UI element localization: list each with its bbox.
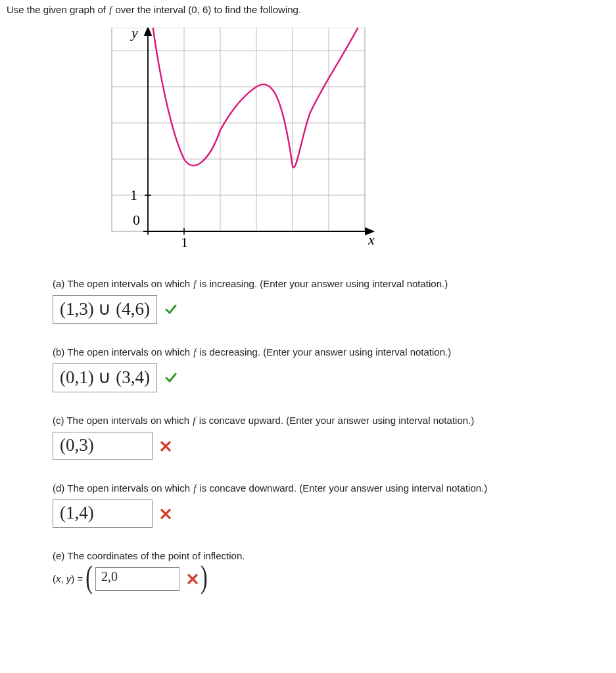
xy-prefix: (x, y) = bbox=[53, 573, 83, 584]
part-e-question: (e) The coordinates of the point of infl… bbox=[53, 550, 609, 561]
cross-icon bbox=[187, 574, 198, 584]
graph-svg: y x 0 1 1 bbox=[105, 28, 381, 258]
prompt-pre: Use the given graph of bbox=[7, 4, 108, 15]
cross-icon bbox=[160, 441, 171, 452]
part-d-q-pre: (d) The open intervals on which bbox=[53, 482, 193, 494]
part-a-question: (a) The open intervals on which f is inc… bbox=[53, 278, 609, 290]
x-axis-label: x bbox=[367, 231, 375, 248]
part-a-q-pre: (a) The open intervals on which bbox=[53, 278, 193, 289]
part-a-q-post: is increasing. (Enter your answer using … bbox=[197, 278, 448, 289]
svg-marker-16 bbox=[145, 28, 151, 35]
part-e: (e) The coordinates of the point of infl… bbox=[53, 550, 609, 591]
graph-figure: y x 0 1 1 bbox=[105, 28, 609, 260]
part-c-q-pre: (c) The open intervals on which bbox=[53, 415, 192, 426]
part-d: (d) The open intervals on which f is con… bbox=[53, 482, 609, 528]
part-b-q-pre: (b) The open intervals on which bbox=[53, 346, 193, 358]
part-b-answer-input[interactable]: (0,1) ∪ (3,4) bbox=[53, 363, 157, 392]
part-a-answer-input[interactable]: (1,3) ∪ (4,6) bbox=[53, 295, 157, 324]
part-c: (c) The open intervals on which f is con… bbox=[53, 415, 609, 460]
curve-f bbox=[151, 28, 365, 168]
check-icon bbox=[165, 304, 177, 315]
origin-label: 0 bbox=[133, 212, 140, 228]
part-b-question: (b) The open intervals on which f is dec… bbox=[53, 346, 609, 358]
part-c-q-post: is concave upward. (Enter your answer us… bbox=[197, 415, 475, 426]
problem-prompt: Use the given graph of f over the interv… bbox=[7, 4, 609, 16]
svg-rect-14 bbox=[112, 28, 365, 231]
y-axis-label: y bbox=[130, 28, 138, 41]
part-e-answer-input[interactable]: 2,0 bbox=[95, 567, 179, 591]
prompt-post: over the interval (0, 6) to find the fol… bbox=[112, 4, 301, 15]
part-a: (a) The open intervals on which f is inc… bbox=[53, 278, 609, 324]
part-b: (b) The open intervals on which f is dec… bbox=[53, 346, 609, 392]
y-tick-1: 1 bbox=[130, 187, 137, 203]
part-c-question: (c) The open intervals on which f is con… bbox=[53, 415, 609, 427]
part-b-q-post: is decreasing. (Enter your answer using … bbox=[197, 346, 451, 358]
open-paren: ( bbox=[85, 559, 93, 596]
check-icon bbox=[165, 372, 177, 384]
part-d-q-post: is concave downward. (Enter your answer … bbox=[197, 482, 487, 494]
part-d-answer-input[interactable]: (1,4) bbox=[53, 499, 153, 528]
part-c-answer-input[interactable]: (0,3) bbox=[53, 432, 153, 460]
x-tick-1: 1 bbox=[181, 234, 188, 250]
cross-icon bbox=[160, 509, 171, 519]
part-d-question: (d) The open intervals on which f is con… bbox=[53, 482, 609, 494]
close-paren: ) bbox=[201, 559, 208, 596]
